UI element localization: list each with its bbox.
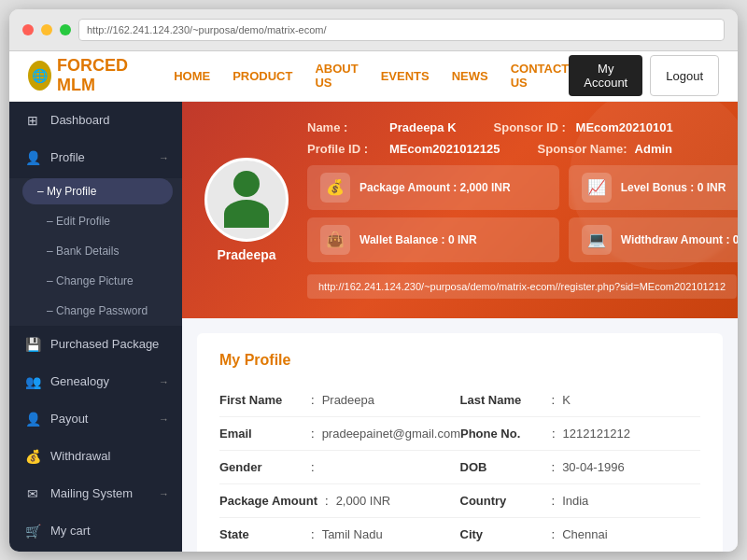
nav-home[interactable]: HOME (174, 69, 210, 83)
sidebar-label-mailing: Mailing System (50, 486, 133, 500)
browser-chrome: http://162.241.124.230/~purposa/demo/mat… (9, 9, 738, 51)
sidebar-item-profile[interactable]: 👤 Profile → (9, 139, 182, 176)
nav-events[interactable]: EVENTS (381, 69, 430, 83)
profile-arrow: → (159, 152, 169, 163)
sidebar-item-purchased-package[interactable]: 💾 Purchased Package (9, 326, 182, 363)
package-icon: 💰 (320, 173, 350, 203)
stat-level-bonus: 📈 Level Bonus : 0 INR (569, 165, 738, 210)
bank-details-label: – Bank Details (47, 245, 119, 258)
dob-value: 30-04-1996 (562, 460, 625, 474)
my-account-button[interactable]: My Account (569, 55, 642, 96)
sponsor-id-field: Sponsor ID : MEcom20210101 (494, 120, 673, 134)
sidebar-item-my-profile[interactable]: – My Profile (22, 178, 173, 204)
sidebar-label-payout: Payout (50, 412, 88, 426)
avatar-body (224, 200, 269, 228)
avatar-name: Pradeepa (217, 247, 275, 262)
sidebar-item-edit-profile[interactable]: – Edit Profile (9, 206, 182, 236)
email-label: Email (219, 427, 303, 441)
wallet-icon: 👜 (320, 225, 350, 255)
sidebar-sub-profile: – My Profile – Edit Profile – Bank Detai… (9, 178, 182, 326)
profile-section: My Profile First Name : Pradeepa Last Na… (197, 333, 723, 552)
sponsor-name-field: Sponsor Name: Admin (538, 142, 673, 156)
name-field: Name : Pradeepa K (307, 120, 457, 134)
sidebar-item-mailing[interactable]: ✉ Mailing System → (9, 475, 182, 512)
mailing-icon: ✉ (24, 485, 41, 502)
lastname-label: Last Name (460, 393, 544, 407)
edit-profile-label: – Edit Profile (47, 215, 110, 228)
sidebar-label-profile: Profile (50, 150, 85, 164)
table-row: Gender : DOB : 30-04-1996 (219, 451, 700, 484)
firstname-label: First Name (219, 393, 303, 407)
avatar (204, 158, 289, 242)
stat-wallet: 👜 Wallet Balance : 0 INR (307, 217, 559, 262)
wallet-text: Wallet Balance : 0 INR (359, 233, 477, 246)
sidebar-item-payout[interactable]: 👤 Payout → (9, 400, 182, 438)
profile-col-email: Email : pradeepainet@gmail.com (219, 427, 460, 441)
nav-product[interactable]: PRODUCT (233, 69, 292, 83)
city-value: Chennai (562, 527, 607, 541)
sidebar: ⊞ Dashboard 👤 Profile → – My Profile – E… (9, 102, 182, 552)
withdraw-text: Widthdraw Amount : 0 INR (621, 233, 738, 246)
change-password-label: – Change Password (47, 304, 148, 317)
nav-about[interactable]: ABOUT US (315, 62, 358, 90)
table-row: Email : pradeepainet@gmail.com Phone No.… (219, 417, 700, 451)
sidebar-label-genealogy: Genealogy (50, 374, 109, 388)
package-value: 2,000 INR (336, 494, 391, 508)
genealogy-arrow: → (159, 376, 169, 387)
phone-label: Phone No. (460, 427, 544, 441)
avatar-head (233, 171, 260, 197)
profile-col-country: Country : India (460, 494, 701, 508)
phone-value: 1212121212 (563, 427, 630, 441)
referral-link: http://162.241.124.230/~purposa/demo/mat… (307, 274, 737, 299)
profile-col-state: State : Tamil Nadu (219, 527, 460, 541)
sidebar-item-withdrawal[interactable]: 💰 Withdrawal (9, 438, 182, 475)
package-text: Package Amount : 2,000 INR (359, 181, 511, 194)
avatar-person (224, 171, 269, 228)
cart-icon: 🛒 (24, 523, 41, 539)
profile-id-value: MEcom2021012125 (389, 142, 500, 156)
main-content: Pradeepa Name : Pradeepa K Sponsor ID : … (182, 102, 738, 552)
logo: 🌐 FORCED MLM (28, 56, 146, 95)
profile-id-label: Profile ID : (307, 142, 382, 156)
sidebar-item-change-picture[interactable]: – Change Picture (9, 266, 182, 296)
profile-col-phone: Phone No. : 1212121212 (460, 427, 700, 441)
sidebar-item-change-password[interactable]: – Change Password (9, 296, 182, 326)
section-title: My Profile (219, 352, 700, 369)
info-row-2: Profile ID : MEcom2021012125 Sponsor Nam… (307, 142, 738, 156)
profile-col-firstname: First Name : Pradeepa (219, 393, 460, 407)
country-value: India (562, 494, 588, 508)
sidebar-item-genealogy[interactable]: 👥 Genealogy → (9, 363, 182, 400)
address-bar[interactable]: http://162.241.124.230/~purposa/demo/mat… (78, 19, 725, 41)
change-picture-label: – Change Picture (47, 274, 134, 287)
city-label: City (460, 527, 544, 541)
table-row: First Name : Pradeepa Last Name : K (219, 384, 700, 417)
email-value: pradeepainet@gmail.com (322, 427, 460, 441)
logout-button[interactable]: Logout (650, 55, 719, 96)
sidebar-item-bank-details[interactable]: – Bank Details (9, 236, 182, 266)
country-label: Country (460, 494, 544, 508)
sidebar-label-dashboard: Dashboard (50, 113, 110, 127)
sidebar-item-dashboard[interactable]: ⊞ Dashboard (9, 102, 182, 139)
close-dot[interactable] (22, 24, 34, 35)
stats-row-2: 👜 Wallet Balance : 0 INR 💻 Widthdraw Amo… (307, 217, 738, 262)
logo-icon: 🌐 (28, 61, 51, 91)
name-label: Name : (307, 120, 382, 134)
profile-col-package: Package Amount : 2,000 INR (219, 494, 460, 508)
nav-contact[interactable]: CONTACT US (511, 62, 570, 90)
mailing-arrow: → (159, 488, 169, 499)
maximize-dot[interactable] (60, 24, 71, 35)
nav-news[interactable]: NEWS (452, 69, 488, 83)
navbar: 🌐 FORCED MLM HOME PRODUCT ABOUT US EVENT… (9, 51, 738, 102)
sidebar-item-my-cart[interactable]: 🛒 My cart (9, 512, 182, 550)
genealogy-icon: 👥 (24, 373, 41, 390)
firstname-value: Pradeepa (322, 393, 374, 407)
name-value: Pradeepa K (389, 120, 457, 134)
referral-row: http://162.241.124.230/~purposa/demo/mat… (307, 273, 738, 300)
browser-window: http://162.241.124.230/~purposa/demo/mat… (9, 9, 738, 552)
profile-header-card: Pradeepa Name : Pradeepa K Sponsor ID : … (182, 102, 738, 318)
profile-id-field: Profile ID : MEcom2021012125 (307, 142, 500, 156)
my-profile-label: – My Profile (37, 185, 96, 198)
sponsor-id-value: MEcom20210101 (576, 120, 673, 134)
dashboard-icon: ⊞ (24, 112, 41, 129)
minimize-dot[interactable] (41, 24, 52, 35)
